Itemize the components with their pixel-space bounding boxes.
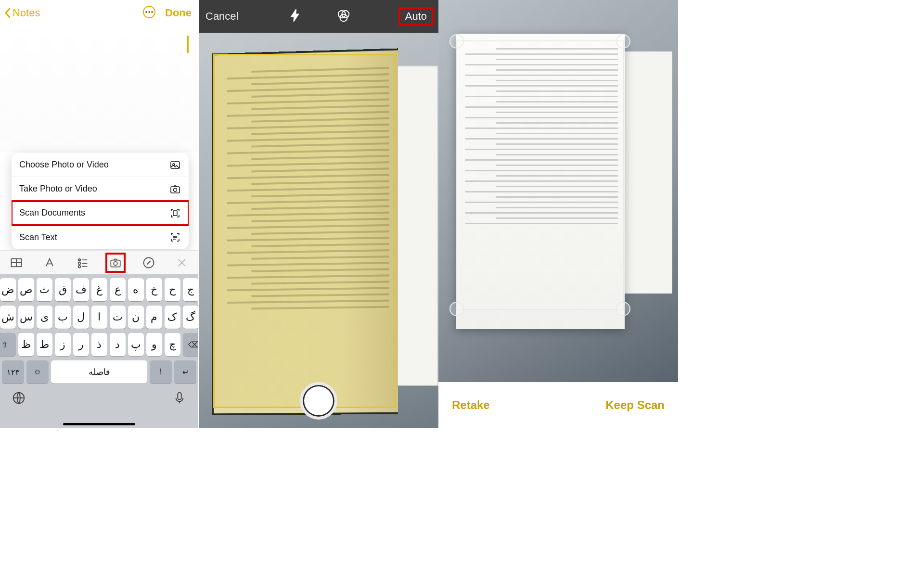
key-ل[interactable]: ل bbox=[73, 306, 89, 329]
keep-scan-button[interactable]: Keep Scan bbox=[605, 398, 665, 412]
doc-scan-icon bbox=[169, 207, 181, 219]
table-icon bbox=[10, 256, 23, 269]
key-ث[interactable]: ث bbox=[37, 278, 52, 301]
svg-point-3 bbox=[151, 11, 153, 13]
table-tool[interactable] bbox=[8, 255, 25, 271]
num-key[interactable]: ۱۲۳ bbox=[2, 360, 24, 383]
retake-button[interactable]: Retake bbox=[452, 398, 490, 412]
key-س[interactable]: س bbox=[18, 306, 34, 329]
cancel-button[interactable]: Cancel bbox=[205, 10, 238, 23]
key-پ[interactable]: پ bbox=[128, 333, 144, 356]
svg-point-2 bbox=[148, 11, 150, 13]
key-ص[interactable]: ص bbox=[18, 278, 34, 301]
note-toolbar bbox=[0, 250, 198, 274]
key-ز[interactable]: ز bbox=[55, 333, 71, 356]
shutter-button[interactable] bbox=[300, 382, 337, 420]
svg-rect-17 bbox=[178, 393, 181, 400]
return-key[interactable]: ↵ bbox=[174, 360, 196, 383]
attachment-menu: Choose Photo or Video Take Photo or Vide… bbox=[12, 153, 189, 249]
shift-key[interactable]: ⇧ bbox=[0, 333, 16, 356]
key-ر[interactable]: ر bbox=[73, 333, 89, 356]
home-indicator[interactable] bbox=[63, 423, 135, 425]
photo-icon bbox=[169, 159, 181, 171]
menu-take-photo[interactable]: Take Photo or Video bbox=[12, 177, 189, 201]
checklist-tool[interactable] bbox=[75, 255, 91, 271]
menu-label: Choose Photo or Video bbox=[19, 160, 109, 170]
key-ع[interactable]: ع bbox=[110, 278, 126, 301]
scan-camera-screen: Cancel Auto bbox=[199, 0, 438, 428]
key-خ[interactable]: خ bbox=[146, 278, 162, 301]
crop-view bbox=[438, 0, 678, 382]
key-ت[interactable]: ت bbox=[110, 306, 126, 329]
checklist-icon bbox=[76, 256, 90, 269]
done-button[interactable]: Done bbox=[165, 7, 192, 19]
key-ک[interactable]: ک bbox=[165, 306, 180, 329]
chevron-left-icon bbox=[4, 7, 12, 19]
menu-label: Take Photo or Video bbox=[19, 184, 97, 194]
camera-icon bbox=[109, 256, 122, 269]
crop-rectangle[interactable] bbox=[456, 40, 624, 310]
key-غ[interactable]: غ bbox=[91, 278, 107, 301]
key-ب[interactable]: ب bbox=[55, 306, 71, 329]
key-ن[interactable]: ن bbox=[128, 306, 144, 329]
key-ی[interactable]: ی bbox=[37, 306, 52, 329]
key-گ[interactable]: گ bbox=[183, 306, 199, 329]
svg-point-7 bbox=[174, 188, 177, 192]
menu-choose-photo[interactable]: Choose Photo or Video bbox=[12, 153, 189, 177]
key-ذ[interactable]: ذ bbox=[91, 333, 107, 356]
auto-button[interactable]: Auto bbox=[400, 9, 432, 24]
camera-viewfinder bbox=[199, 33, 438, 428]
key-ا[interactable]: ا bbox=[91, 306, 107, 329]
crop-handle-tr[interactable] bbox=[616, 34, 630, 49]
key-ق[interactable]: ق bbox=[55, 278, 71, 301]
detected-document-outline bbox=[213, 54, 396, 408]
globe-key[interactable] bbox=[12, 391, 26, 407]
text-format-icon bbox=[43, 256, 56, 269]
key-ه[interactable]: ه bbox=[128, 278, 144, 301]
note-body[interactable] bbox=[0, 27, 198, 152]
scan-review-screen: Retake Keep Scan bbox=[438, 0, 678, 428]
svg-rect-8 bbox=[173, 211, 177, 216]
pen-circle-icon bbox=[142, 256, 155, 269]
menu-label: Scan Documents bbox=[19, 208, 85, 218]
svg-point-1 bbox=[145, 11, 147, 13]
mic-key[interactable] bbox=[172, 391, 187, 407]
key-و[interactable]: و bbox=[146, 333, 162, 356]
key-ض[interactable]: ض bbox=[0, 278, 16, 301]
backspace-key[interactable]: ⌫ bbox=[183, 333, 199, 356]
menu-label: Scan Text bbox=[19, 232, 57, 243]
key-ش[interactable]: ش bbox=[0, 306, 16, 329]
punct-key[interactable]: ! bbox=[150, 360, 172, 383]
back-button[interactable]: Notes bbox=[4, 7, 40, 19]
markup-tool[interactable] bbox=[141, 255, 157, 271]
key-ف[interactable]: ف bbox=[73, 278, 89, 301]
globe-icon bbox=[12, 391, 26, 405]
key-ط[interactable]: ط bbox=[37, 333, 52, 356]
persian-keyboard: ضصثقفغعهخحج شسیبلاتنمکگ ⇧ظطزرذدپوچ⌫ ۱۲۳ … bbox=[0, 274, 198, 428]
more-button[interactable] bbox=[142, 5, 156, 21]
text-cursor bbox=[187, 36, 189, 53]
notes-app-screen: Notes Done Choose Photo or Video Take Ph… bbox=[0, 0, 199, 428]
space-key[interactable]: فاصله bbox=[51, 360, 147, 383]
menu-scan-text[interactable]: Scan Text bbox=[12, 225, 189, 249]
key-د[interactable]: د bbox=[110, 333, 126, 356]
key-چ[interactable]: چ bbox=[165, 333, 180, 356]
svg-point-14 bbox=[114, 261, 118, 265]
key-م[interactable]: م bbox=[146, 306, 162, 329]
menu-scan-documents[interactable]: Scan Documents bbox=[12, 201, 189, 225]
camera-tool[interactable] bbox=[107, 255, 124, 271]
filter-button[interactable] bbox=[336, 8, 351, 25]
crop-handle-br[interactable] bbox=[616, 302, 630, 316]
flash-button[interactable] bbox=[288, 8, 303, 25]
flash-icon bbox=[288, 8, 303, 23]
notes-top-bar: Notes Done bbox=[0, 0, 198, 27]
key-ظ[interactable]: ظ bbox=[18, 333, 34, 356]
format-tool[interactable] bbox=[41, 255, 58, 271]
key-ج[interactable]: ج bbox=[183, 278, 199, 301]
crop-handle-tl[interactable] bbox=[449, 34, 464, 49]
crop-handle-bl[interactable] bbox=[449, 302, 464, 316]
key-ح[interactable]: ح bbox=[165, 278, 180, 301]
emoji-key[interactable]: ☺ bbox=[26, 360, 49, 383]
back-label: Notes bbox=[13, 7, 40, 19]
close-toolbar[interactable] bbox=[174, 255, 190, 271]
